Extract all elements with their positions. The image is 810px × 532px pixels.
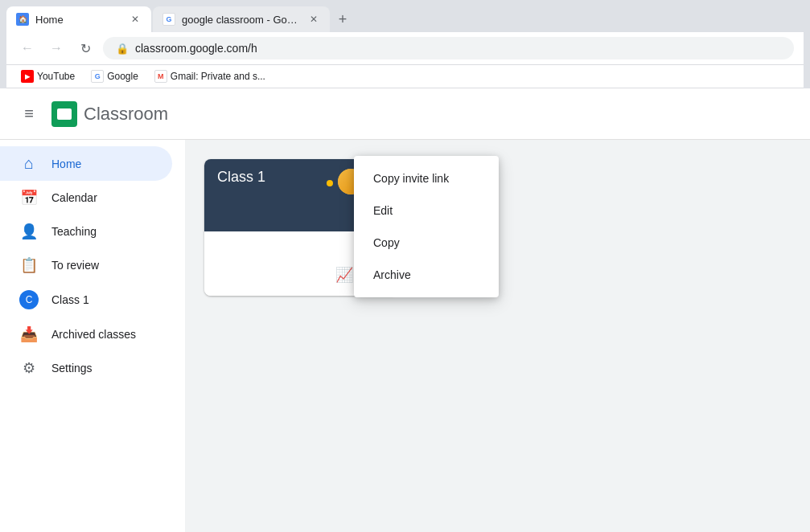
- sidebar-to-review-label: To review: [51, 259, 99, 272]
- sidebar-item-settings[interactable]: ⚙ Settings: [0, 351, 172, 385]
- app-logo: [51, 101, 77, 127]
- card-title: Class 1: [217, 169, 265, 186]
- sidebar-item-calendar[interactable]: 📅 Calendar: [0, 181, 172, 215]
- youtube-label: YouTube: [37, 71, 75, 82]
- bookmarks-bar: ▶ YouTube G Google M Gmail: Private and …: [6, 65, 804, 88]
- tab-search-close[interactable]: ✕: [307, 13, 320, 26]
- archived-icon: 📥: [19, 325, 39, 343]
- tab-home[interactable]: 🏠 Home ✕: [6, 6, 151, 32]
- sidebar-calendar-label: Calendar: [51, 191, 97, 204]
- home-icon: ⌂: [19, 154, 39, 173]
- sidebar-item-archived[interactable]: 📥 Archived classes: [0, 317, 172, 351]
- sidebar-archived-label: Archived classes: [51, 328, 136, 341]
- sidebar: ⌂ Home 📅 Calendar 👤 Teaching 📋 To review…: [0, 140, 185, 532]
- context-menu-item-copy[interactable]: Copy: [354, 227, 499, 259]
- teaching-icon: 👤: [19, 223, 39, 240]
- tab-bar: 🏠 Home ✕ G google classroom - Google Se.…: [6, 6, 804, 32]
- main-content: Class 1 ⋮: [185, 140, 810, 532]
- nav-back-button[interactable]: ←: [16, 37, 39, 59]
- new-tab-button[interactable]: +: [331, 8, 354, 31]
- bookmark-youtube[interactable]: ▶ YouTube: [16, 68, 80, 84]
- sidebar-item-teaching[interactable]: 👤 Teaching: [0, 215, 172, 248]
- sidebar-settings-label: Settings: [51, 362, 93, 374]
- tab-home-close[interactable]: ✕: [129, 13, 142, 26]
- tab-home-title: Home: [35, 14, 122, 26]
- nav-forward-button[interactable]: →: [45, 37, 68, 59]
- sidebar-item-class1[interactable]: C Class 1: [0, 282, 172, 317]
- gmail-label: Gmail: Private and s...: [171, 71, 265, 82]
- context-menu: Copy invite link Edit Copy Archive: [354, 156, 499, 297]
- tab-search-title: google classroom - Google Se...: [182, 14, 301, 26]
- tab-search[interactable]: G google classroom - Google Se... ✕: [153, 6, 330, 32]
- app-title: Classroom: [84, 104, 168, 125]
- bookmark-gmail[interactable]: M Gmail: Private and s...: [150, 68, 270, 84]
- context-menu-item-edit[interactable]: Edit: [354, 194, 499, 227]
- address-bar-row: ← → ↻ 🔒 classroom.google.com/h: [6, 32, 804, 65]
- class1-avatar: C: [19, 290, 39, 309]
- url-text: classroom.google.com/h: [135, 42, 257, 55]
- google-favicon: G: [91, 70, 104, 83]
- calendar-icon: 📅: [19, 189, 39, 207]
- sidebar-home-label: Home: [51, 158, 81, 170]
- tab-search-favicon: G: [162, 13, 175, 26]
- sidebar-class1-label: Class 1: [51, 293, 89, 306]
- app-body: ⌂ Home 📅 Calendar 👤 Teaching 📋 To review…: [0, 140, 810, 532]
- browser-chrome: 🏠 Home ✕ G google classroom - Google Se.…: [0, 0, 810, 88]
- app-header: ≡ Classroom: [0, 88, 810, 140]
- sidebar-teaching-label: Teaching: [51, 225, 97, 238]
- context-menu-item-copy-invite[interactable]: Copy invite link: [354, 162, 499, 194]
- notification-dot: [327, 180, 333, 186]
- youtube-favicon: ▶: [21, 70, 34, 83]
- google-label: Google: [107, 71, 138, 82]
- sidebar-item-home[interactable]: ⌂ Home: [0, 146, 172, 181]
- gmail-favicon: M: [154, 70, 167, 83]
- settings-icon: ⚙: [19, 359, 39, 377]
- nav-refresh-button[interactable]: ↻: [74, 37, 97, 59]
- tab-home-favicon: 🏠: [16, 13, 29, 26]
- app-wrapper: ≡ Classroom ⌂ Home 📅 Calendar 👤 Teaching: [0, 88, 810, 532]
- sidebar-item-to-review[interactable]: 📋 To review: [0, 248, 172, 282]
- context-menu-item-archive[interactable]: Archive: [354, 259, 499, 291]
- url-bar[interactable]: 🔒 classroom.google.com/h: [103, 37, 794, 59]
- url-lock-icon: 🔒: [116, 43, 129, 55]
- to-review-icon: 📋: [19, 256, 39, 274]
- bookmark-google[interactable]: G Google: [86, 68, 143, 84]
- hamburger-button[interactable]: ≡: [13, 98, 45, 130]
